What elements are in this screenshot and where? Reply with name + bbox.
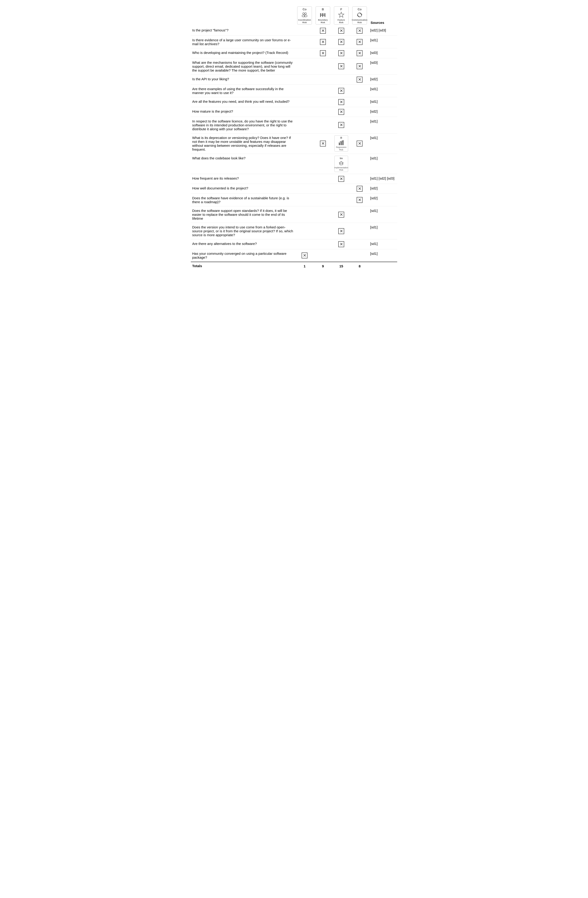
boundary-total: 9 [314, 262, 332, 270]
question-text: Is there evidence of a large user commun… [191, 35, 296, 48]
communication-cell [350, 174, 369, 184]
table-row: What is its deprecation or versioning po… [191, 133, 397, 154]
check-mark: ✕ [338, 63, 344, 69]
question-text: Does the software support open standards… [191, 206, 296, 223]
boundary-cell [314, 154, 332, 174]
sources-cell: [sd3] [369, 58, 397, 75]
table-row: What are the mechanisms for supporting t… [191, 58, 397, 75]
question-text: Are there examples of using the software… [191, 85, 296, 97]
check-mark: ✕ [302, 252, 308, 258]
svg-rect-15 [342, 141, 343, 145]
coordination-cell [296, 184, 314, 194]
coordination-label: CoordinationRisk [298, 19, 311, 24]
question-text: Is the project "famous"? [191, 26, 296, 36]
boundary-cell [314, 97, 332, 107]
svg-rect-6 [325, 13, 325, 17]
coordination-cell [296, 97, 314, 107]
sources-cell: [sd1] [369, 97, 397, 107]
implementation-icon-svg [338, 160, 345, 166]
feature-cell: ✕ [332, 97, 350, 107]
svg-rect-13 [339, 143, 340, 145]
check-mark: ✕ [338, 99, 344, 105]
sources-cell: [sd2] [sd3] [369, 26, 397, 36]
question-text: What does the codebase look like? [191, 154, 296, 174]
communication-letter: Co [357, 8, 362, 11]
feature-cell: ✕ [332, 35, 350, 48]
communication-cell [350, 206, 369, 223]
table-row: In respect to the software licence, do y… [191, 117, 397, 133]
sources-cell: [sd1] [369, 35, 397, 48]
feature-cell: ✕ [332, 240, 350, 249]
boundary-cell [314, 107, 332, 117]
sources-cell: [sd1] [369, 85, 397, 97]
sources-cell: [sd2] [369, 194, 397, 206]
implementation-letter: Im [340, 157, 343, 160]
communication-cell [350, 107, 369, 117]
check-mark: ✕ [338, 176, 344, 182]
check-mark: ✕ [320, 50, 326, 56]
question-text: In respect to the software licence, do y… [191, 117, 296, 133]
check-mark: ✕ [338, 122, 344, 128]
communication-risk-header: Co CommunicationRisk [350, 5, 369, 26]
feature-cell [332, 194, 350, 206]
communication-cell: ✕ [350, 184, 369, 194]
coordination-cell [296, 133, 314, 154]
boundary-icon [319, 11, 326, 18]
table-row: Are all the features you need, and think… [191, 97, 397, 107]
implementation-risk-icon: Im ImplementationRisk [334, 156, 348, 172]
coordination-cell [296, 174, 314, 184]
feature-cell: R RegressionRisk [332, 133, 350, 154]
svg-rect-7 [320, 14, 325, 14]
svg-rect-5 [322, 13, 323, 17]
svg-point-0 [303, 12, 305, 14]
table-row: Does the software support open standards… [191, 206, 397, 223]
table-row: Who is developing and maintaining the pr… [191, 48, 397, 58]
question-text: Who is developing and maintaining the pr… [191, 48, 296, 58]
sources-cell: [sd2] [369, 184, 397, 194]
coordination-cell [296, 26, 314, 36]
communication-cell: ✕ [350, 35, 369, 48]
question-text: How well documented is the project? [191, 184, 296, 194]
communication-cell: ✕ [350, 194, 369, 206]
feature-cell: ✕ [332, 26, 350, 36]
svg-rect-8 [320, 15, 325, 16]
coordination-cell [296, 75, 314, 85]
sources-cell: [sd1] [369, 133, 397, 154]
boundary-cell [314, 194, 332, 206]
boundary-cell [314, 249, 332, 262]
table-row: Has your community converged on using a … [191, 249, 397, 262]
regression-letter: R [340, 137, 342, 139]
check-mark: ✕ [357, 63, 363, 69]
communication-cell [350, 117, 369, 133]
coordination-cell [296, 223, 314, 240]
table-row: How mature is the project?✕[sd2] [191, 107, 397, 117]
coordination-cell: ✕ [296, 249, 314, 262]
check-mark: ✕ [338, 109, 344, 115]
table-row: Are there examples of using the software… [191, 85, 397, 97]
feature-letter: F [340, 8, 342, 11]
table-row: Is there evidence of a large user commun… [191, 35, 397, 48]
check-mark: ✕ [338, 241, 344, 247]
feature-cell [332, 249, 350, 262]
question-text: Does the version you intend to use come … [191, 223, 296, 240]
communication-cell [350, 97, 369, 107]
sources-header: Sources [369, 5, 397, 26]
question-text: How mature is the project? [191, 107, 296, 117]
table-row: How well documented is the project?✕[sd2… [191, 184, 397, 194]
question-text: Are all the features you need, and think… [191, 97, 296, 107]
question-text: Are there any alternatives to the softwa… [191, 240, 296, 249]
feature-cell: ✕ [332, 85, 350, 97]
boundary-cell [314, 85, 332, 97]
coordination-cell [296, 154, 314, 174]
sources-cell: [sd1] [369, 223, 397, 240]
check-mark: ✕ [357, 141, 363, 146]
boundary-cell [314, 117, 332, 133]
sources-cell: [sd1] [sd2] [sd3] [369, 174, 397, 184]
coordination-cell [296, 107, 314, 117]
sources-cell: [sd1] [369, 117, 397, 133]
check-mark: ✕ [357, 28, 363, 34]
feature-cell: ✕ [332, 107, 350, 117]
check-mark: ✕ [320, 39, 326, 45]
communication-cell [350, 223, 369, 240]
coordination-cell [296, 117, 314, 133]
